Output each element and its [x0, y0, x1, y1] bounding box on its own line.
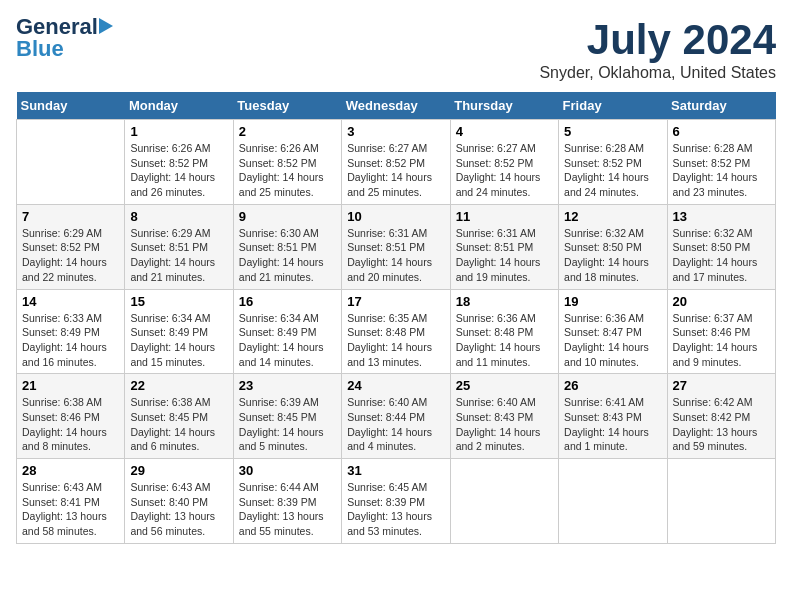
calendar-cell: 9Sunrise: 6:30 AM Sunset: 8:51 PM Daylig… [233, 204, 341, 289]
day-info: Sunrise: 6:28 AM Sunset: 8:52 PM Dayligh… [673, 141, 770, 200]
calendar-week-5: 28Sunrise: 6:43 AM Sunset: 8:41 PM Dayli… [17, 459, 776, 544]
calendar-cell: 20Sunrise: 6:37 AM Sunset: 8:46 PM Dayli… [667, 289, 775, 374]
day-number: 18 [456, 294, 553, 309]
day-info: Sunrise: 6:40 AM Sunset: 8:43 PM Dayligh… [456, 395, 553, 454]
calendar-cell: 21Sunrise: 6:38 AM Sunset: 8:46 PM Dayli… [17, 374, 125, 459]
day-number: 8 [130, 209, 227, 224]
calendar-week-2: 7Sunrise: 6:29 AM Sunset: 8:52 PM Daylig… [17, 204, 776, 289]
calendar-cell: 8Sunrise: 6:29 AM Sunset: 8:51 PM Daylig… [125, 204, 233, 289]
day-header-friday: Friday [559, 92, 667, 120]
day-number: 20 [673, 294, 770, 309]
day-info: Sunrise: 6:26 AM Sunset: 8:52 PM Dayligh… [130, 141, 227, 200]
calendar-cell: 13Sunrise: 6:32 AM Sunset: 8:50 PM Dayli… [667, 204, 775, 289]
day-info: Sunrise: 6:43 AM Sunset: 8:41 PM Dayligh… [22, 480, 119, 539]
calendar-table: SundayMondayTuesdayWednesdayThursdayFrid… [16, 92, 776, 544]
day-number: 7 [22, 209, 119, 224]
day-info: Sunrise: 6:42 AM Sunset: 8:42 PM Dayligh… [673, 395, 770, 454]
calendar-week-4: 21Sunrise: 6:38 AM Sunset: 8:46 PM Dayli… [17, 374, 776, 459]
calendar-cell: 14Sunrise: 6:33 AM Sunset: 8:49 PM Dayli… [17, 289, 125, 374]
logo-blue: Blue [16, 36, 64, 61]
day-info: Sunrise: 6:33 AM Sunset: 8:49 PM Dayligh… [22, 311, 119, 370]
day-number: 17 [347, 294, 444, 309]
day-number: 9 [239, 209, 336, 224]
day-number: 24 [347, 378, 444, 393]
day-number: 28 [22, 463, 119, 478]
day-info: Sunrise: 6:44 AM Sunset: 8:39 PM Dayligh… [239, 480, 336, 539]
day-number: 11 [456, 209, 553, 224]
calendar-cell [17, 120, 125, 205]
calendar-cell: 19Sunrise: 6:36 AM Sunset: 8:47 PM Dayli… [559, 289, 667, 374]
day-info: Sunrise: 6:40 AM Sunset: 8:44 PM Dayligh… [347, 395, 444, 454]
day-number: 2 [239, 124, 336, 139]
day-header-sunday: Sunday [17, 92, 125, 120]
day-info: Sunrise: 6:36 AM Sunset: 8:48 PM Dayligh… [456, 311, 553, 370]
day-number: 13 [673, 209, 770, 224]
day-number: 3 [347, 124, 444, 139]
calendar-cell: 29Sunrise: 6:43 AM Sunset: 8:40 PM Dayli… [125, 459, 233, 544]
calendar-cell: 31Sunrise: 6:45 AM Sunset: 8:39 PM Dayli… [342, 459, 450, 544]
calendar-cell: 1Sunrise: 6:26 AM Sunset: 8:52 PM Daylig… [125, 120, 233, 205]
day-info: Sunrise: 6:41 AM Sunset: 8:43 PM Dayligh… [564, 395, 661, 454]
day-info: Sunrise: 6:34 AM Sunset: 8:49 PM Dayligh… [130, 311, 227, 370]
day-info: Sunrise: 6:28 AM Sunset: 8:52 PM Dayligh… [564, 141, 661, 200]
calendar-week-1: 1Sunrise: 6:26 AM Sunset: 8:52 PM Daylig… [17, 120, 776, 205]
calendar-title: July 2024 [539, 16, 776, 64]
calendar-cell: 18Sunrise: 6:36 AM Sunset: 8:48 PM Dayli… [450, 289, 558, 374]
day-number: 6 [673, 124, 770, 139]
calendar-cell: 5Sunrise: 6:28 AM Sunset: 8:52 PM Daylig… [559, 120, 667, 205]
calendar-cell: 15Sunrise: 6:34 AM Sunset: 8:49 PM Dayli… [125, 289, 233, 374]
calendar-cell: 28Sunrise: 6:43 AM Sunset: 8:41 PM Dayli… [17, 459, 125, 544]
day-info: Sunrise: 6:29 AM Sunset: 8:52 PM Dayligh… [22, 226, 119, 285]
calendar-week-3: 14Sunrise: 6:33 AM Sunset: 8:49 PM Dayli… [17, 289, 776, 374]
day-info: Sunrise: 6:35 AM Sunset: 8:48 PM Dayligh… [347, 311, 444, 370]
calendar-cell: 30Sunrise: 6:44 AM Sunset: 8:39 PM Dayli… [233, 459, 341, 544]
day-number: 21 [22, 378, 119, 393]
day-number: 15 [130, 294, 227, 309]
day-info: Sunrise: 6:27 AM Sunset: 8:52 PM Dayligh… [347, 141, 444, 200]
day-info: Sunrise: 6:32 AM Sunset: 8:50 PM Dayligh… [673, 226, 770, 285]
day-number: 14 [22, 294, 119, 309]
day-info: Sunrise: 6:43 AM Sunset: 8:40 PM Dayligh… [130, 480, 227, 539]
day-number: 1 [130, 124, 227, 139]
day-number: 4 [456, 124, 553, 139]
calendar-cell: 10Sunrise: 6:31 AM Sunset: 8:51 PM Dayli… [342, 204, 450, 289]
calendar-cell: 6Sunrise: 6:28 AM Sunset: 8:52 PM Daylig… [667, 120, 775, 205]
calendar-cell: 2Sunrise: 6:26 AM Sunset: 8:52 PM Daylig… [233, 120, 341, 205]
days-of-week-row: SundayMondayTuesdayWednesdayThursdayFrid… [17, 92, 776, 120]
day-number: 29 [130, 463, 227, 478]
day-info: Sunrise: 6:27 AM Sunset: 8:52 PM Dayligh… [456, 141, 553, 200]
calendar-cell: 23Sunrise: 6:39 AM Sunset: 8:45 PM Dayli… [233, 374, 341, 459]
calendar-cell: 3Sunrise: 6:27 AM Sunset: 8:52 PM Daylig… [342, 120, 450, 205]
day-number: 5 [564, 124, 661, 139]
day-info: Sunrise: 6:30 AM Sunset: 8:51 PM Dayligh… [239, 226, 336, 285]
day-number: 10 [347, 209, 444, 224]
calendar-cell: 7Sunrise: 6:29 AM Sunset: 8:52 PM Daylig… [17, 204, 125, 289]
day-info: Sunrise: 6:36 AM Sunset: 8:47 PM Dayligh… [564, 311, 661, 370]
day-info: Sunrise: 6:29 AM Sunset: 8:51 PM Dayligh… [130, 226, 227, 285]
day-number: 27 [673, 378, 770, 393]
day-info: Sunrise: 6:45 AM Sunset: 8:39 PM Dayligh… [347, 480, 444, 539]
day-number: 31 [347, 463, 444, 478]
day-info: Sunrise: 6:38 AM Sunset: 8:46 PM Dayligh… [22, 395, 119, 454]
calendar-cell [559, 459, 667, 544]
day-number: 16 [239, 294, 336, 309]
calendar-cell: 25Sunrise: 6:40 AM Sunset: 8:43 PM Dayli… [450, 374, 558, 459]
day-number: 19 [564, 294, 661, 309]
day-info: Sunrise: 6:37 AM Sunset: 8:46 PM Dayligh… [673, 311, 770, 370]
day-number: 23 [239, 378, 336, 393]
header: General Blue July 2024 Snyder, Oklahoma,… [16, 16, 776, 82]
day-info: Sunrise: 6:31 AM Sunset: 8:51 PM Dayligh… [347, 226, 444, 285]
day-info: Sunrise: 6:31 AM Sunset: 8:51 PM Dayligh… [456, 226, 553, 285]
day-number: 26 [564, 378, 661, 393]
day-info: Sunrise: 6:38 AM Sunset: 8:45 PM Dayligh… [130, 395, 227, 454]
day-info: Sunrise: 6:32 AM Sunset: 8:50 PM Dayligh… [564, 226, 661, 285]
calendar-cell: 24Sunrise: 6:40 AM Sunset: 8:44 PM Dayli… [342, 374, 450, 459]
calendar-body: 1Sunrise: 6:26 AM Sunset: 8:52 PM Daylig… [17, 120, 776, 544]
calendar-cell: 27Sunrise: 6:42 AM Sunset: 8:42 PM Dayli… [667, 374, 775, 459]
day-number: 30 [239, 463, 336, 478]
day-header-saturday: Saturday [667, 92, 775, 120]
calendar-cell: 11Sunrise: 6:31 AM Sunset: 8:51 PM Dayli… [450, 204, 558, 289]
calendar-cell: 22Sunrise: 6:38 AM Sunset: 8:45 PM Dayli… [125, 374, 233, 459]
calendar-cell: 16Sunrise: 6:34 AM Sunset: 8:49 PM Dayli… [233, 289, 341, 374]
calendar-cell: 12Sunrise: 6:32 AM Sunset: 8:50 PM Dayli… [559, 204, 667, 289]
